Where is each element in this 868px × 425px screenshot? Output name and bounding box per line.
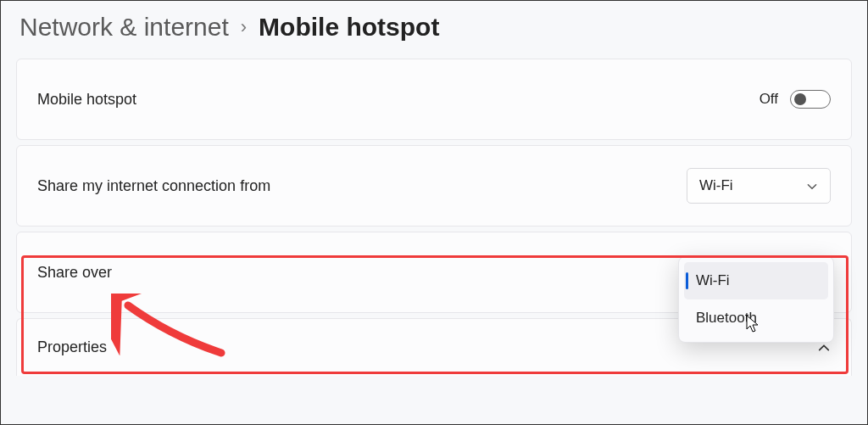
- share-over-label: Share over: [37, 264, 112, 282]
- share-over-dropdown: Wi-Fi Bluetooth: [678, 256, 834, 343]
- share-from-value: Wi-Fi: [699, 177, 733, 194]
- share-from-select[interactable]: Wi-Fi: [687, 168, 831, 204]
- hotspot-state-text: Off: [760, 91, 778, 108]
- breadcrumb-parent[interactable]: Network & internet: [19, 13, 229, 42]
- properties-label: Properties: [37, 338, 107, 356]
- hotspot-toggle-row: Mobile hotspot Off: [16, 59, 852, 140]
- share-from-label: Share my internet connection from: [37, 177, 270, 195]
- share-over-row: Share over Wi-Fi Bluetooth: [16, 232, 852, 313]
- dropdown-option-bluetooth[interactable]: Bluetooth: [684, 299, 828, 337]
- dropdown-option-label: Wi-Fi: [696, 272, 730, 288]
- breadcrumb: Network & internet › Mobile hotspot: [1, 1, 867, 59]
- dropdown-option-wifi[interactable]: Wi-Fi: [684, 262, 828, 299]
- chevron-down-icon: [806, 180, 818, 192]
- share-from-row: Share my internet connection from Wi-Fi: [16, 145, 852, 226]
- breadcrumb-current: Mobile hotspot: [259, 13, 439, 42]
- hotspot-label: Mobile hotspot: [37, 91, 136, 109]
- hotspot-toggle[interactable]: [790, 90, 831, 109]
- chevron-right-icon: ›: [241, 16, 247, 38]
- toggle-knob-icon: [794, 93, 806, 105]
- dropdown-option-label: Bluetooth: [696, 310, 757, 326]
